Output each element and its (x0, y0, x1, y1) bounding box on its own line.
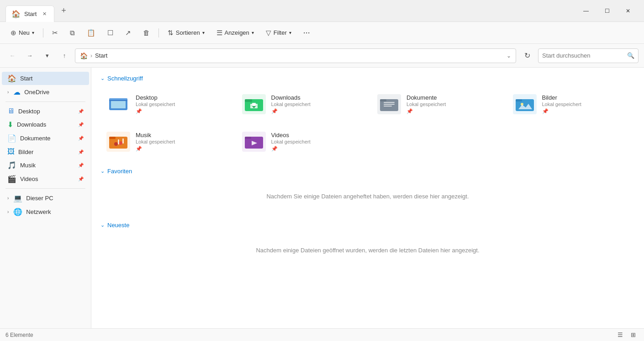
svg-point-21 (119, 141, 122, 145)
sidebar-dieser-pc-label: Dieser PC (26, 195, 84, 202)
more-button[interactable]: ··· (298, 25, 315, 41)
bilder-folder-name: Bilder (542, 94, 629, 101)
folder-item-dokumente[interactable]: Dokumente Lokal gespeichert 📌 (371, 89, 500, 119)
separator-2 (158, 28, 159, 37)
onedrive-expand-icon: › (7, 90, 9, 95)
sidebar-item-desktop[interactable]: 🖥 Desktop 📌 (2, 105, 89, 117)
view-label: Anzeigen (225, 29, 249, 36)
forward-button[interactable]: → (23, 49, 37, 63)
sidebar-item-start[interactable]: 🏠 Start (2, 72, 89, 85)
svg-rect-11 (384, 102, 395, 103)
sidebar-item-videos[interactable]: 🎬 Videos 📌 (2, 172, 89, 186)
minimize-button[interactable]: — (575, 4, 596, 18)
desktop-folder-thumb (106, 94, 130, 114)
view-dropdown-icon: ▾ (252, 30, 254, 35)
dieser-pc-icon: 💻 (13, 194, 22, 202)
schnellzugriff-chevron: ⌄ (100, 75, 105, 81)
view-button[interactable]: ☰ Anzeigen ▾ (211, 25, 259, 41)
folder-item-bilder[interactable]: Bilder Lokal gespeichert 📌 (507, 89, 635, 119)
schnellzugriff-title: Schnellzugriff (107, 75, 143, 82)
view-icon: ☰ (216, 29, 222, 37)
share-button[interactable]: ↗ (120, 25, 136, 41)
desktop-folder-pin: 📌 (136, 108, 223, 114)
schnellzugriff-grid: Desktop Lokal gespeichert 📌 (100, 89, 635, 157)
svg-rect-13 (384, 106, 392, 107)
downloads-folder-info: Downloads Lokal gespeichert 📌 (271, 94, 359, 114)
onedrive-icon: ☁ (13, 88, 21, 96)
new-tab-button[interactable]: + (56, 4, 71, 18)
refresh-button[interactable]: ↻ (520, 48, 534, 63)
sidebar: 🏠 Start › ☁ OneDrive 🖥 Desktop 📌 ⬇ Downl… (0, 68, 91, 328)
copy-button[interactable]: ⧉ (65, 25, 80, 41)
search-box[interactable]: 🔍 (538, 48, 639, 63)
content-area: ⌄ Schnellzugriff Desktop Lokal gespeiche… (91, 68, 644, 328)
dokumente-folder-pin: 📌 (406, 108, 494, 114)
sidebar-separator-2 (5, 188, 85, 189)
videos-folder-pin: 📌 (271, 146, 359, 152)
folder-item-musik[interactable]: Musik Lokal gespeichert 📌 (100, 127, 229, 157)
neueste-header[interactable]: ⌄ Neueste (100, 222, 635, 229)
maximize-button[interactable]: ☐ (596, 4, 618, 18)
filter-label: Filter (274, 29, 287, 36)
sidebar-item-dokumente[interactable]: 📄 Dokumente 📌 (2, 132, 89, 145)
paste-button[interactable]: 📋 (82, 25, 100, 41)
cut-button[interactable]: ✂ (47, 25, 63, 41)
sidebar-desktop-label: Desktop (18, 108, 74, 115)
svg-rect-25 (245, 137, 251, 139)
search-input[interactable] (542, 52, 624, 59)
close-button[interactable]: ✕ (618, 4, 639, 18)
address-dropdown-icon[interactable]: ⌄ (507, 53, 511, 59)
videos-folder-thumb (242, 132, 266, 152)
musik-folder-sub: Lokal gespeichert (136, 139, 223, 144)
sidebar-dokumente-label: Dokumente (20, 135, 74, 142)
tab-title: Start (24, 11, 37, 17)
recent-locations-button[interactable]: ▾ (40, 49, 54, 63)
up-button[interactable]: ↑ (58, 49, 71, 63)
neueste-empty: Nachdem einige Dateien geöffnet wurden, … (100, 236, 635, 265)
desktop-icon: 🖥 (7, 107, 15, 115)
svg-rect-5 (245, 99, 252, 102)
tab-close-button[interactable]: ✕ (40, 10, 48, 18)
main-area: 🏠 Start › ☁ OneDrive 🖥 Desktop 📌 ⬇ Downl… (0, 68, 644, 328)
musik-folder-thumb (106, 132, 130, 152)
neueste-chevron: ⌄ (100, 222, 105, 228)
musik-icon: 🎵 (7, 161, 16, 170)
favoriten-header[interactable]: ⌄ Favoriten (100, 168, 635, 175)
back-button[interactable]: ← (5, 49, 19, 63)
bilder-icon: 🖼 (7, 148, 15, 156)
tab-start[interactable]: 🏠 Start ✕ (5, 5, 54, 22)
sidebar-item-musik[interactable]: 🎵 Musik 📌 (2, 159, 89, 172)
grid-view-button[interactable]: ⊞ (628, 330, 639, 341)
sidebar-item-bilder[interactable]: 🖼 Bilder 📌 (2, 145, 89, 158)
sidebar-item-dieser-pc[interactable]: › 💻 Dieser PC (2, 192, 89, 205)
svg-point-20 (114, 142, 118, 146)
folder-item-desktop[interactable]: Desktop Lokal gespeichert 📌 (100, 89, 229, 119)
sidebar-downloads-label: Downloads (17, 121, 74, 128)
filter-button[interactable]: ▽ Filter ▾ (261, 25, 296, 41)
svg-rect-10 (380, 99, 386, 101)
folder-item-downloads[interactable]: Downloads Lokal gespeichert 📌 (236, 89, 364, 119)
favoriten-empty: Nachdem Sie einige Dateien angeheftet ha… (100, 182, 635, 211)
videos-icon: 🎬 (7, 175, 16, 183)
bilder-folder-sub: Lokal gespeichert (542, 101, 629, 107)
svg-rect-8 (252, 103, 256, 106)
svg-rect-12 (384, 104, 395, 105)
address-bar[interactable]: 🏠 › Start ⌄ (75, 48, 516, 63)
desktop-pin-icon: 📌 (78, 109, 84, 114)
sidebar-item-netzwerk[interactable]: › 🌐 Netzwerk (2, 205, 89, 218)
folder-item-videos[interactable]: Videos Lokal gespeichert 📌 (236, 127, 364, 157)
delete-button[interactable]: 🗑 (138, 25, 155, 41)
favoriten-title: Favoriten (107, 168, 132, 175)
tab-home-icon: 🏠 (11, 10, 21, 18)
list-view-button[interactable]: ☰ (615, 330, 626, 341)
sidebar-item-downloads[interactable]: ⬇ Downloads 📌 (2, 118, 89, 131)
rename-button[interactable]: ☐ (102, 25, 118, 41)
svg-rect-15 (516, 99, 522, 101)
schnellzugriff-header[interactable]: ⌄ Schnellzugriff (100, 75, 635, 82)
desktop-folder-info: Desktop Lokal gespeichert 📌 (136, 94, 223, 114)
sidebar-item-onedrive[interactable]: › ☁ OneDrive (2, 85, 89, 99)
paste-icon: 📋 (87, 29, 95, 37)
share-icon: ↗ (125, 29, 131, 37)
new-button[interactable]: ⊕ Neu ▾ (5, 25, 39, 41)
sort-button[interactable]: ⇅ Sortieren ▾ (163, 25, 210, 41)
